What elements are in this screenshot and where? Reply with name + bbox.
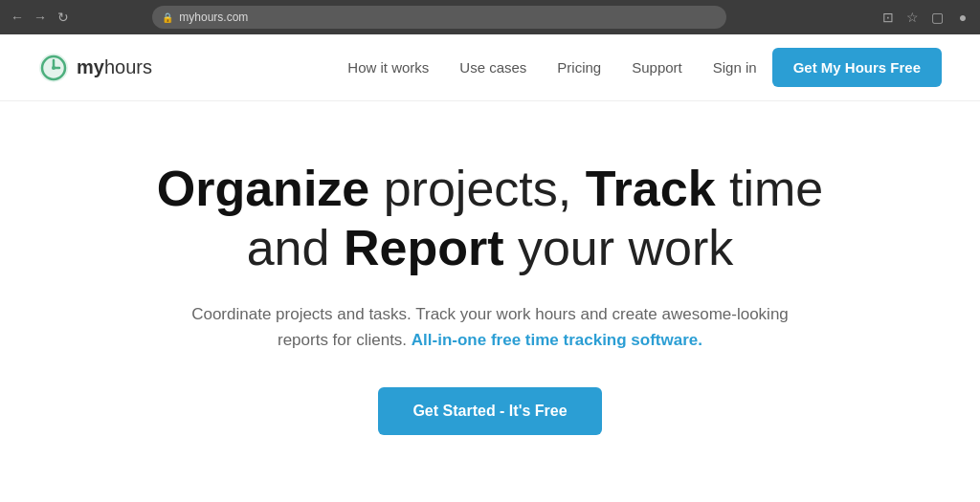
nav-link-pricing[interactable]: Pricing [557,59,601,76]
hero-title-report: Report [344,220,504,275]
hero-title-and: and [247,220,344,275]
back-button[interactable]: ← [8,8,27,27]
logo-my: my [77,56,104,77]
hero-subtitle-highlight: All-in-one free time tracking software. [412,331,702,349]
hero-title: Organize projects, Track time and Report… [157,159,824,278]
reload-button[interactable]: ↻ [54,8,73,27]
website: myhours How it works Use cases Pricing S… [0,34,980,473]
browser-nav-buttons: ← → ↻ [8,8,73,27]
hero-title-your-work: your work [503,220,733,275]
hero-title-time: time [716,161,824,216]
svg-point-2 [52,66,56,70]
nav-link-support[interactable]: Support [632,59,682,76]
nav-link-use-cases[interactable]: Use cases [459,59,526,76]
star-icon[interactable]: ☆ [903,8,923,27]
hero-title-organize: Organize [157,161,370,216]
logo[interactable]: myhours [38,53,152,83]
lock-icon: 🔒 [162,12,173,23]
browser-actions: ⊡ ☆ ▢ ● [879,8,972,27]
navbar: myhours How it works Use cases Pricing S… [0,34,980,101]
get-started-button[interactable]: Get Started - It's Free [378,387,601,435]
sign-in-link[interactable]: Sign in [713,59,757,76]
get-my-hours-free-button[interactable]: Get My Hours Free [772,48,942,87]
logo-hours: hours [104,56,152,77]
hero-subtitle: Coordinate projects and tasks. Track you… [165,301,815,353]
nav-link-how-it-works[interactable]: How it works [347,59,429,76]
profile-icon[interactable]: ● [953,8,972,27]
forward-button[interactable]: → [31,8,50,27]
hero-title-projects: projects, [369,161,585,216]
browser-chrome: ← → ↻ 🔒 myhours.com ⊡ ☆ ▢ ● [0,0,980,34]
logo-icon [38,53,69,83]
hero-title-track: Track [586,161,716,216]
logo-text: myhours [77,56,152,78]
window-icon[interactable]: ▢ [928,8,947,27]
url-text: myhours.com [179,11,248,24]
hero-section: Organize projects, Track time and Report… [0,101,980,473]
cast-icon[interactable]: ⊡ [879,8,898,27]
address-bar[interactable]: 🔒 myhours.com [152,6,726,29]
nav-links: How it works Use cases Pricing Support [347,59,681,76]
